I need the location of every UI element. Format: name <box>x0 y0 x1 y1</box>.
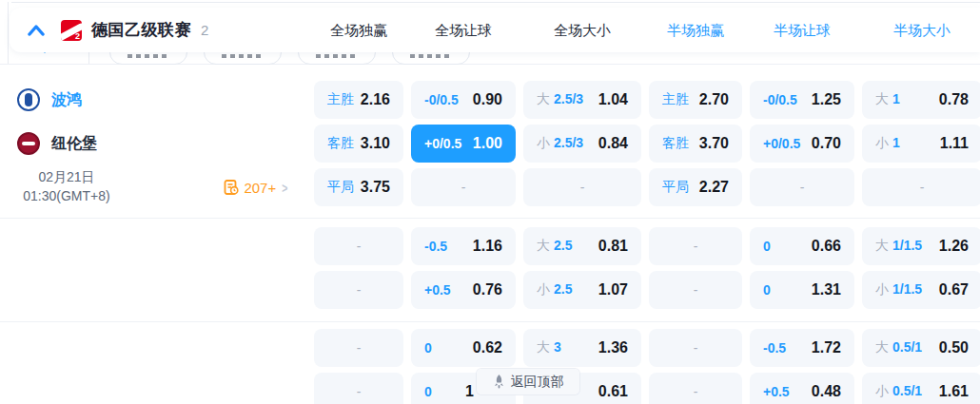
odds-block: --0.51.16大2.50.81-00.66大1/1.51.26-+0.50.… <box>0 219 980 322</box>
chevron-up-icon <box>28 25 45 36</box>
odds-value: 1.11 <box>940 135 969 152</box>
odds-value: 0.48 <box>812 383 841 400</box>
odds-value: 3.70 <box>699 135 729 152</box>
tab-halftime-overunder[interactable]: 半场大小 <box>893 21 951 39</box>
odds-cell[interactable]: 小1/1.50.67 <box>862 271 980 309</box>
markets-count-icon <box>224 180 239 195</box>
league-title: 德国乙级联赛 <box>91 19 191 41</box>
odds-cell-empty: - <box>750 168 854 206</box>
ou-handicap: 2.5/3 <box>554 135 583 150</box>
odds-cell[interactable]: -0.51.72 <box>750 329 854 367</box>
row-side <box>0 227 306 265</box>
odds-cell-empty: - <box>411 168 516 206</box>
odds-cell[interactable]: 主胜2.16 <box>314 81 403 119</box>
odds-cell[interactable]: 小2.5/30.84 <box>523 125 641 163</box>
tab-fulltime-overunder[interactable]: 全场大小 <box>554 21 611 39</box>
odds-value: 3.10 <box>361 135 390 152</box>
away-team-logo <box>17 132 40 155</box>
odds-cell-empty: - <box>314 227 403 265</box>
odds-cell-selected[interactable]: +0/0.51.00 <box>411 125 516 163</box>
odds-cell[interactable]: 小0.5/11.61 <box>862 373 980 404</box>
ou-handicap: 2.5 <box>554 238 572 253</box>
tab-halftime-handicap[interactable]: 半场让球 <box>774 21 831 39</box>
odds-value: 1.04 <box>598 91 628 108</box>
ou-handicap: 0.5/1 <box>892 339 922 355</box>
ou-line: 大3 <box>537 339 561 356</box>
back-to-top-button[interactable]: 返回顶部 <box>477 369 579 394</box>
match-time: 01:30(GMT+8) <box>17 187 116 206</box>
tab-halftime-moneyline[interactable]: 半场独赢 <box>667 21 724 39</box>
ou-line: 小0.5/1 <box>875 383 922 400</box>
handicap-label: 0 <box>763 239 771 254</box>
odds-cell[interactable]: 大1/1.51.26 <box>862 227 980 265</box>
odds-cell[interactable]: 主胜2.70 <box>649 81 742 119</box>
outcome-label: 平局 <box>327 179 354 196</box>
odds-cell[interactable]: 小11.11 <box>862 125 980 163</box>
ou-handicap: 1/1.5 <box>892 238 922 253</box>
odds-cell[interactable]: 大10.78 <box>862 81 980 119</box>
tab-fulltime-handicap[interactable]: 全场让球 <box>435 21 492 39</box>
row-side <box>0 329 306 367</box>
home-team-logo <box>17 88 40 111</box>
odds-cell[interactable]: 小2.51.07 <box>523 271 641 309</box>
odds-cell[interactable]: 客胜3.10 <box>314 125 403 163</box>
chevron-right-icon: > <box>283 180 288 196</box>
odds-cell[interactable]: 平局2.27 <box>649 168 742 206</box>
more-odds-link[interactable]: 207+> <box>224 180 289 196</box>
ou-direction: 小 <box>537 281 550 298</box>
odds-cell[interactable]: 00.66 <box>750 227 854 265</box>
team-row-home[interactable]: 波鸿 <box>0 81 306 119</box>
outcome-label: 客胜 <box>327 135 354 152</box>
league-logo-icon: 2 <box>61 20 82 41</box>
markets-count: 207+ <box>244 180 276 196</box>
odds-cell[interactable]: 大31.36 <box>523 329 641 367</box>
ou-handicap: 3 <box>554 339 561 355</box>
odds-value: 0.84 <box>598 135 628 152</box>
ou-line: 小2.5 <box>537 281 572 298</box>
odds-cell[interactable]: -0/0.51.25 <box>750 81 854 119</box>
odds-cell[interactable]: 大2.50.81 <box>523 227 641 265</box>
odds-cell[interactable]: 大0.5/10.50 <box>862 329 980 367</box>
ou-line: 大0.5/1 <box>875 339 922 356</box>
handicap-label: +0/0.5 <box>763 136 800 151</box>
league-match-count: 2 <box>201 22 208 38</box>
ou-line: 小1/1.5 <box>875 281 922 298</box>
odds-cell-empty: - <box>649 227 742 265</box>
odds-value: 1.07 <box>598 281 628 298</box>
odds-cell[interactable]: 平局3.75 <box>314 168 403 206</box>
ou-direction: 大 <box>537 91 550 108</box>
tab-fulltime-moneyline[interactable]: 全场独赢 <box>330 21 387 39</box>
odds-cell[interactable]: +0.50.76 <box>411 271 516 309</box>
ou-line: 小1 <box>875 135 900 152</box>
row-side <box>0 271 306 309</box>
odds-value: 2.70 <box>699 91 729 108</box>
odds-cell[interactable]: +0/0.50.70 <box>750 125 854 163</box>
outcome-label: 平局 <box>662 179 689 196</box>
odds-value: 3.75 <box>361 179 390 196</box>
odds-cell[interactable]: 大2.5/31.04 <box>523 81 641 119</box>
odds-cell[interactable]: 客胜3.70 <box>649 125 742 163</box>
odds-cell[interactable]: +0.50.48 <box>750 373 854 404</box>
odds-cell-empty: - <box>523 168 641 206</box>
top-divider <box>11 2 980 3</box>
handicap-label: 0 <box>424 384 432 399</box>
odds-value: 0.78 <box>939 91 969 108</box>
ou-handicap: 2.5/3 <box>554 91 583 106</box>
odds-cell[interactable]: 00.62 <box>411 329 516 367</box>
team-row-away[interactable]: 纽伦堡 <box>0 125 306 163</box>
ou-handicap: 1 <box>892 135 900 150</box>
odds-cell[interactable]: 01.31 <box>750 271 854 309</box>
odds-value: 1 <box>465 383 474 400</box>
handicap-label: 0 <box>424 340 432 356</box>
odds-cell[interactable]: -0.51.16 <box>411 227 516 265</box>
collapse-button[interactable] <box>27 23 46 38</box>
odds-blocks: 波鸿主胜2.16-0/0.50.90大2.5/31.04主胜2.70-0/0.5… <box>0 65 980 404</box>
odds-value: 1.16 <box>473 238 502 255</box>
odds-value: 0.67 <box>939 281 969 298</box>
ou-line: 大2.5 <box>537 238 572 255</box>
odds-cell[interactable]: -0/0.50.90 <box>411 81 516 119</box>
odds-value: 1.00 <box>473 135 502 152</box>
back-to-top-label: 返回顶部 <box>511 374 564 391</box>
row-side: 02月21日01:30(GMT+8)207+> <box>0 168 306 206</box>
odds-value: 0.66 <box>812 238 841 255</box>
